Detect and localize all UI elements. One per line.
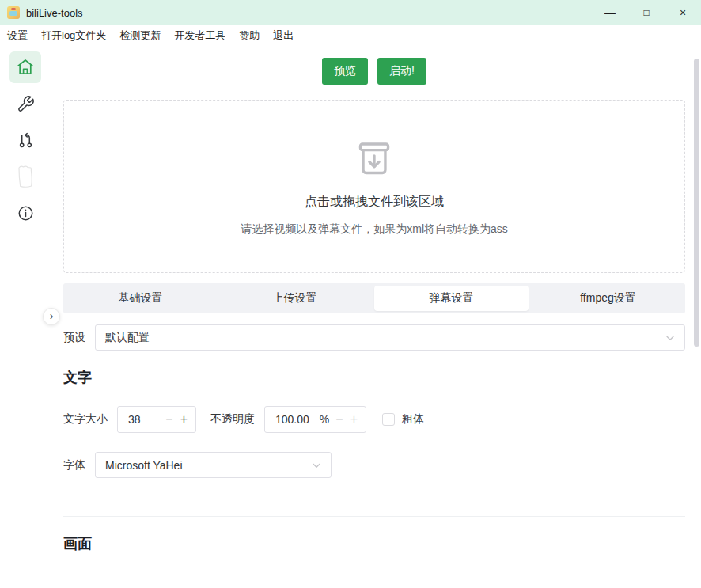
- font-family-label: 字体: [63, 458, 85, 472]
- close-button[interactable]: ×: [665, 0, 701, 25]
- tab-upload-settings[interactable]: 上传设置: [218, 283, 372, 313]
- screen-section-title: 画面: [63, 534, 685, 553]
- opacity-increment-button[interactable]: +: [350, 413, 358, 426]
- upload-hint: 请选择视频以及弹幕文件，如果为xml将自动转换为ass: [241, 222, 508, 237]
- git-compare-icon: [17, 131, 35, 150]
- minimize-button[interactable]: —: [592, 0, 628, 25]
- start-button[interactable]: 启动!: [377, 58, 426, 85]
- chevron-down-icon: [664, 332, 676, 344]
- sidebar-item-about[interactable]: [9, 197, 41, 229]
- bold-checkbox-wrap: 粗体: [382, 412, 424, 427]
- home-icon: [16, 58, 35, 77]
- menu-item-exit[interactable]: 退出: [273, 28, 294, 43]
- titlebar: biliLive-tools — □ ×: [0, 0, 701, 25]
- window-controls: — □ ×: [592, 0, 701, 25]
- maximize-button[interactable]: □: [628, 0, 665, 25]
- font-row: 字体 Microsoft YaHei: [63, 452, 685, 478]
- info-icon: [17, 204, 35, 222]
- tab-ffmpeg-settings[interactable]: ffmpeg设置: [531, 283, 685, 313]
- font-size-label: 文字大小: [63, 412, 108, 427]
- window-title: biliLive-tools: [26, 7, 83, 19]
- sidebar-item-dance[interactable]: [9, 161, 41, 192]
- font-family-value: Microsoft YaHei: [105, 459, 310, 472]
- sidebar-item-convert[interactable]: [9, 124, 41, 156]
- upload-title: 点击或拖拽文件到该区域: [305, 194, 444, 211]
- opacity-input[interactable]: 100.00 % − +: [264, 406, 366, 433]
- menu-item-check-update[interactable]: 检测更新: [119, 28, 161, 43]
- preset-select[interactable]: 默认配置: [95, 324, 685, 351]
- preset-label: 预设: [63, 331, 85, 345]
- opacity-decrement-button[interactable]: −: [335, 413, 343, 426]
- text-controls-row: 文字大小 38 − + 不透明度 100.00 % − + 粗体: [63, 406, 685, 433]
- tab-danmaku-settings[interactable]: 弹幕设置: [374, 286, 529, 311]
- chevron-down-icon: [310, 459, 323, 472]
- menu-item-sponsor[interactable]: 赞助: [239, 28, 260, 43]
- chevron-right-icon: ›: [50, 310, 54, 321]
- menubar: 设置 打开log文件夹 检测更新 开发者工具 赞助 退出: [0, 25, 701, 46]
- font-family-select[interactable]: Microsoft YaHei: [95, 452, 332, 478]
- menu-item-open-log-folder[interactable]: 打开log文件夹: [41, 28, 106, 43]
- actions-row: 预览 启动!: [63, 58, 685, 85]
- sidebar-item-tools[interactable]: [9, 88, 41, 119]
- section-divider: [63, 516, 685, 517]
- wrench-icon: [17, 95, 35, 113]
- faint-outline-icon: [13, 162, 37, 191]
- bold-checkbox[interactable]: [382, 413, 395, 426]
- vertical-scrollbar-thumb[interactable]: [694, 59, 699, 347]
- opacity-label: 不透明度: [210, 412, 255, 427]
- main-content: 预览 启动! 点击或拖拽文件到该区域 请选择视频以及弹幕文件，如果为xml将自动…: [51, 46, 701, 588]
- bold-label: 粗体: [402, 412, 424, 427]
- app-body: › 预览 启动! 点击或拖拽文件到该区域 请选择视频以及弹幕文件，如果为xml将…: [0, 46, 701, 588]
- sidebar-item-home[interactable]: [9, 51, 41, 83]
- font-size-decrement-button[interactable]: −: [165, 413, 172, 426]
- upload-dropzone[interactable]: 点击或拖拽文件到该区域 请选择视频以及弹幕文件，如果为xml将自动转换为ass: [63, 100, 685, 273]
- upload-archive-icon: [353, 137, 396, 182]
- opacity-unit: %: [320, 413, 329, 426]
- tab-basic-settings[interactable]: 基础设置: [63, 283, 218, 313]
- font-size-value: 38: [128, 413, 165, 426]
- font-size-input[interactable]: 38 − +: [117, 406, 196, 433]
- menu-item-settings[interactable]: 设置: [7, 28, 28, 43]
- sidebar-collapse-toggle[interactable]: ›: [43, 308, 60, 325]
- preset-select-value: 默认配置: [105, 331, 664, 345]
- app-logo-icon: [7, 6, 20, 19]
- preview-button[interactable]: 预览: [322, 58, 368, 85]
- menu-item-devtools[interactable]: 开发者工具: [174, 28, 225, 43]
- font-size-increment-button[interactable]: +: [180, 413, 188, 426]
- settings-tabs: 基础设置 上传设置 弹幕设置 ffmpeg设置: [63, 283, 685, 313]
- text-section-title: 文字: [63, 368, 685, 387]
- preset-row: 预设 默认配置: [63, 324, 685, 351]
- opacity-value: 100.00: [275, 413, 320, 426]
